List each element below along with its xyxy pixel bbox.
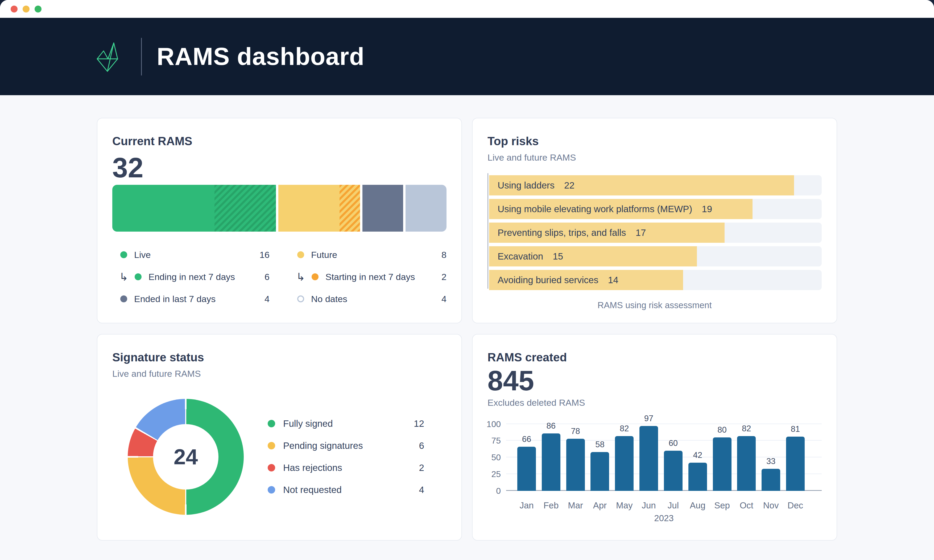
top-risks-title: Top risks <box>487 134 822 148</box>
legend-label: Pending signatures <box>283 440 363 451</box>
x-axis-tick-label: Aug <box>688 500 707 511</box>
bar-column-may: 82 <box>615 436 633 491</box>
stacked-segment-future-solid <box>278 185 339 232</box>
signature-status-donut-chart: 24 <box>128 399 244 515</box>
bar-value-label: 58 <box>595 440 604 449</box>
legend-item-no-dates: No dates4 <box>289 288 447 310</box>
rams-created-year-label: 2023 <box>506 513 822 523</box>
x-axis-tick-label: Jul <box>664 500 683 511</box>
stacked-segment-starting-in-next-7-days <box>339 185 360 232</box>
legend-dot-icon <box>268 464 275 471</box>
legend-item-ended-in-last-7-days: Ended in last 7 days4 <box>112 288 270 310</box>
top-risks-subtitle: Live and future RAMS <box>487 152 822 163</box>
bar-value-label: 66 <box>522 434 531 444</box>
legend-item-live: Live16 <box>112 244 270 266</box>
x-axis-tick-label: Feb <box>542 500 560 511</box>
legend-value: 6 <box>265 272 270 282</box>
current-rams-legend: Live16↳Ending in next 7 days6Ended in la… <box>112 244 447 310</box>
bar <box>590 452 609 491</box>
risk-name: Using mobile elevating work platforms (M… <box>498 204 692 214</box>
y-axis-tick-label: 75 <box>491 436 501 445</box>
signature-status-body: 24 Fully signed12Pending signatures6Has … <box>112 399 447 515</box>
x-axis-tick-label: Dec <box>786 500 805 511</box>
bar-column-sep: 80 <box>713 437 732 491</box>
signature-status-subtitle: Live and future RAMS <box>112 368 447 379</box>
traffic-light-close-icon[interactable] <box>11 6 18 12</box>
top-risks-bars: Using ladders22Using mobile elevating wo… <box>487 175 822 290</box>
bar <box>640 426 658 491</box>
bar-column-jun: 97 <box>640 426 658 491</box>
legend-value: 4 <box>441 294 447 304</box>
risk-value: 19 <box>702 204 712 214</box>
risk-value: 17 <box>635 227 646 238</box>
traffic-light-minimize-icon[interactable] <box>23 6 29 12</box>
rams-created-total: 845 <box>487 367 822 395</box>
indent-arrow-icon: ↳ <box>119 271 135 282</box>
legend-label: Live <box>134 250 151 260</box>
rams-created-subtitle: Excludes deleted RAMS <box>487 397 822 408</box>
x-axis-tick-label: May <box>615 500 633 511</box>
y-axis-tick-label: 25 <box>491 470 501 478</box>
app-header: RAMS dashboard <box>0 18 934 95</box>
risk-bar-track: Excavation15 <box>489 246 822 266</box>
rams-created-card: RAMS created 845 Excludes deleted RAMS 0… <box>472 334 837 541</box>
x-axis-tick-label: Apr <box>590 500 609 511</box>
top-risks-card: Top risks Live and future RAMS Using lad… <box>472 118 837 323</box>
x-axis-tick-label: Nov <box>761 500 780 511</box>
risk-name: Preventing slips, trips, and falls <box>498 227 626 238</box>
bar-value-label: 97 <box>644 414 653 423</box>
risk-value: 14 <box>608 275 618 285</box>
bar-column-nov: 33 <box>761 469 780 491</box>
legend-item-future: Future8 <box>289 244 447 266</box>
x-axis-tick-label: Oct <box>737 500 756 511</box>
risk-bar-label: Avoiding buried services14 <box>498 270 618 290</box>
legend-label: Not requested <box>283 485 342 495</box>
x-axis-tick-label: Sep <box>713 500 732 511</box>
legend-dot-icon <box>120 251 127 258</box>
traffic-light-zoom-icon[interactable] <box>35 6 42 12</box>
page-title: RAMS dashboard <box>157 43 365 71</box>
legend-value: 2 <box>419 462 424 473</box>
legend-label: Future <box>311 250 337 260</box>
bar <box>517 447 536 491</box>
legend-label: Ended in last 7 days <box>134 294 216 304</box>
app-logo-icon <box>95 41 127 72</box>
risk-bar-label: Excavation15 <box>498 246 563 266</box>
bar-value-label: 78 <box>571 426 580 436</box>
bar-column-apr: 58 <box>590 452 609 491</box>
legend-dot-icon <box>268 486 275 494</box>
rams-created-bar-chart: 0255075100668678588297604280823381 JanFe… <box>487 424 822 523</box>
hollow-legend-dot-icon <box>297 295 304 302</box>
bar <box>542 434 560 491</box>
bar-column-mar: 78 <box>566 439 585 491</box>
x-axis-tick-label: Jan <box>517 500 536 511</box>
legend-value: 12 <box>414 418 424 429</box>
bar-value-label: 60 <box>669 438 678 448</box>
bar <box>786 437 805 491</box>
signature-status-title: Signature status <box>112 351 447 365</box>
bar-column-feb: 86 <box>542 434 560 491</box>
legend-label: Fully signed <box>283 418 333 429</box>
risk-value: 22 <box>564 180 575 191</box>
stacked-segment-ending-in-next-7-days <box>214 185 276 232</box>
legend-label: Starting in next 7 days <box>325 272 415 282</box>
bar-value-label: 82 <box>620 424 629 434</box>
legend-dot-icon <box>311 273 319 280</box>
legend-value: 4 <box>419 485 424 495</box>
bar <box>664 451 683 491</box>
indent-arrow-icon: ↳ <box>296 271 311 282</box>
signature-status-card: Signature status Live and future RAMS 24… <box>97 334 462 541</box>
legend-label: No dates <box>311 294 347 304</box>
bar <box>737 436 756 491</box>
bar-value-label: 42 <box>693 451 702 460</box>
x-axis-tick-label: Jun <box>640 500 658 511</box>
legend-dot-icon <box>268 442 275 449</box>
bar <box>566 439 585 491</box>
app-window: RAMS dashboard Current RAMS 32 Live16↳En… <box>0 0 934 560</box>
legend-dot-icon <box>120 295 127 302</box>
legend-item-ending-in-next-7-days: ↳Ending in next 7 days6 <box>112 266 270 288</box>
bar-column-dec: 81 <box>786 437 805 491</box>
bar-value-label: 81 <box>791 425 800 434</box>
x-axis-tick-label: Mar <box>566 500 585 511</box>
stacked-segment-no-dates <box>405 185 447 232</box>
